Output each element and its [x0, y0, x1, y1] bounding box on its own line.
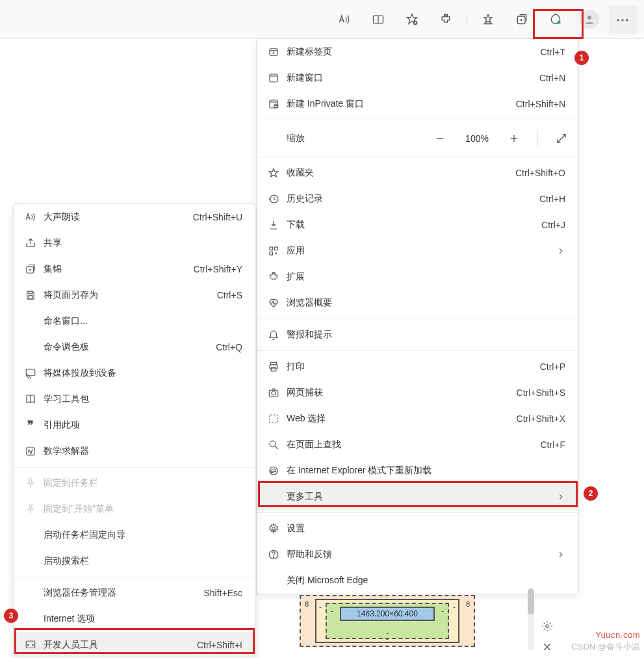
svg-rect-24 — [275, 247, 278, 250]
menu-label: 打印 — [283, 361, 540, 373]
menu-shortcut: Ctrl+P — [540, 362, 565, 372]
menu-new-tab[interactable]: 新建标签页 Ctrl+T — [257, 39, 578, 65]
menu-settings[interactable]: 设置 — [257, 516, 578, 542]
submenu-pin-taskbar: 固定到任务栏 — [14, 470, 255, 496]
zoom-out-button[interactable] — [431, 129, 449, 148]
submenu-taskbar-wizard[interactable]: 启动任务栏固定向导 — [14, 522, 255, 548]
add-favorite-button[interactable] — [398, 5, 426, 34]
camera-icon — [264, 387, 283, 399]
menu-web-select[interactable]: Web 选择 Ctrl+Shift+X — [257, 406, 578, 432]
menu-shortcut: Shift+Esc — [203, 588, 242, 598]
collections-icon — [21, 263, 40, 275]
menu-label: 浏览器任务管理器 — [40, 587, 203, 599]
menu-history[interactable]: 历史记录 Ctrl+H — [257, 186, 578, 212]
devtools-settings-button[interactable] — [537, 616, 557, 636]
menu-label: Web 选择 — [283, 413, 517, 425]
more-menu-button[interactable]: ⋯ — [609, 5, 638, 34]
menu-new-window[interactable]: 新建窗口 Ctrl+N — [257, 65, 578, 91]
submenu-math-solver[interactable]: 数学求解器 — [14, 438, 255, 464]
submenu-cast[interactable]: 将媒体投放到设备 — [14, 360, 255, 386]
menu-label: 新建窗口 — [283, 72, 539, 84]
new-tab-icon — [264, 46, 283, 58]
svg-point-52 — [546, 625, 549, 628]
svg-point-35 — [270, 441, 276, 447]
quote-icon: ❞ — [21, 418, 40, 432]
svg-rect-48 — [27, 447, 34, 455]
menu-separator — [14, 467, 255, 467]
menu-label: 引用此项 — [40, 419, 242, 431]
math-icon — [21, 445, 40, 457]
menu-shortcut: Ctrl+F — [541, 440, 566, 450]
menu-shortcut: Ctrl+J — [541, 220, 565, 230]
submenu-cite[interactable]: ❞ 引用此项 — [14, 412, 255, 438]
submenu-task-manager[interactable]: 浏览器任务管理器 Shift+Esc — [14, 580, 255, 606]
apps-icon — [264, 245, 283, 257]
read-aloud-button[interactable] — [330, 5, 359, 34]
submenu-read-aloud[interactable]: 大声朗读 Ctrl+Shift+U — [14, 204, 255, 230]
submenu-pin-start: 固定到"开始"菜单 — [14, 496, 255, 522]
annotation-badge-1: 1 — [574, 51, 589, 65]
menu-downloads[interactable]: 下载 Ctrl+J — [257, 212, 578, 238]
download-icon — [264, 219, 283, 231]
devtools-scrollbar[interactable] — [528, 588, 534, 650]
border-value: - — [386, 635, 389, 642]
submenu-save-as[interactable]: 将页面另存为 Ctrl+S — [14, 282, 255, 308]
menu-label: 共享 — [40, 237, 242, 249]
menu-label: 固定到"开始"菜单 — [40, 503, 242, 515]
pin-icon — [21, 503, 40, 515]
menu-label: 数学求解器 — [40, 445, 242, 457]
menu-help[interactable]: 帮助和反馈 — [257, 542, 578, 568]
annotation-box-1 — [533, 9, 584, 39]
menu-apps[interactable]: 应用 — [257, 238, 578, 264]
svg-rect-14 — [270, 74, 277, 82]
help-icon — [264, 549, 283, 560]
submenu-search-bar[interactable]: 启动搜索栏 — [14, 548, 255, 574]
menu-label: 启动任务栏固定向导 — [40, 529, 242, 541]
border-value: - — [319, 603, 322, 611]
menu-shortcut: Ctrl+S — [217, 290, 242, 300]
menu-label: 学习工具包 — [40, 393, 242, 405]
menu-ie-mode[interactable]: 在 Internet Explorer 模式下重新加载 — [257, 458, 578, 484]
svg-point-38 — [272, 527, 276, 531]
submenu-name-window[interactable]: 命名窗口... — [14, 308, 255, 334]
menu-new-inprivate[interactable]: 新建 InPrivate 窗口 Ctrl+Shift+N — [257, 91, 578, 117]
svg-rect-23 — [270, 247, 273, 250]
annotation-box-3 — [14, 628, 255, 654]
menu-extensions[interactable]: 扩展 — [257, 264, 578, 290]
margin-value: 8 — [466, 600, 470, 608]
menu-separator — [257, 319, 578, 319]
menu-web-capture[interactable]: 网页捕获 Ctrl+Shift+S — [257, 380, 578, 406]
menu-label: 将媒体投放到设备 — [40, 367, 242, 379]
extensions-button[interactable] — [431, 5, 460, 34]
zoom-in-button[interactable] — [505, 129, 523, 148]
history-icon — [264, 193, 283, 205]
split-screen-button[interactable] — [364, 5, 393, 34]
menu-label: 下载 — [283, 219, 541, 231]
chevron-right-icon — [556, 246, 565, 256]
menu-label: 命令调色板 — [40, 341, 216, 353]
submenu-share[interactable]: 共享 — [14, 230, 255, 256]
menu-label: 在 Internet Explorer 模式下重新加载 — [283, 465, 565, 477]
extensions-icon — [264, 271, 283, 283]
menu-find[interactable]: 在页面上查找 Ctrl+F — [257, 432, 578, 458]
menu-alerts[interactable]: 警报和提示 — [257, 322, 578, 348]
menu-favorites[interactable]: 收藏夹 Ctrl+Shift+O — [257, 160, 578, 186]
svg-line-36 — [275, 446, 278, 449]
menu-separator — [257, 120, 578, 120]
submenu-command-palette[interactable]: 命令调色板 Ctrl+Q — [14, 334, 255, 360]
menu-print[interactable]: 打印 Ctrl+P — [257, 354, 578, 380]
scrollbar-thumb[interactable] — [528, 588, 534, 614]
toolbar-separator — [467, 12, 467, 27]
fullscreen-button[interactable] — [552, 129, 571, 148]
collections-button[interactable] — [508, 5, 536, 34]
padding-value: - — [331, 607, 333, 614]
menu-browser-essentials[interactable]: 浏览器概要 — [257, 290, 578, 316]
menu-zoom: 缩放 100% — [257, 123, 578, 154]
menu-separator — [257, 350, 578, 351]
svg-point-40 — [273, 557, 274, 557]
submenu-learning-tools[interactable]: 学习工具包 — [14, 386, 255, 412]
devtools-close-button[interactable] — [537, 637, 557, 657]
zoom-separator — [537, 130, 538, 147]
favorites-list-button[interactable] — [474, 5, 502, 34]
submenu-collections[interactable]: 集锦 Ctrl+Shift+Y — [14, 256, 255, 282]
